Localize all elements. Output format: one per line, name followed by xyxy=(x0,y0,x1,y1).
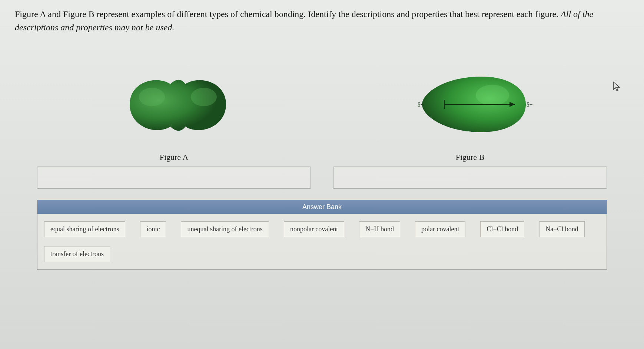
figure-b-label: Figure B xyxy=(456,152,485,162)
cursor-icon xyxy=(613,81,622,94)
answer-tile[interactable]: Na−Cl bond xyxy=(539,221,585,237)
figure-b-shape: δ+ δ− xyxy=(400,64,541,145)
answer-tile[interactable]: nonpolar covalent xyxy=(284,221,344,237)
figure-a-label: Figure A xyxy=(160,152,189,162)
delta-minus-label: δ− xyxy=(527,101,533,108)
answer-tile[interactable]: N−H bond xyxy=(359,221,400,237)
figure-b-dropzone[interactable] xyxy=(333,167,607,189)
svg-point-0 xyxy=(139,88,165,106)
answer-bank: Answer Bank equal sharing of electrons i… xyxy=(37,200,607,270)
answer-tile[interactable]: polar covalent xyxy=(415,221,465,237)
answer-bank-body: equal sharing of electrons ionic unequal… xyxy=(37,214,607,269)
question-text: Figure A and Figure B represent examples… xyxy=(15,7,629,34)
figure-a-block: Figure A xyxy=(37,64,311,189)
answer-tile[interactable]: unequal sharing of electrons xyxy=(181,221,269,237)
figure-a-shape xyxy=(107,64,241,145)
figures-container: Figure A δ+ δ− Figure B xyxy=(15,64,629,189)
figure-a-dropzone[interactable] xyxy=(37,167,311,189)
delta-plus-label: δ+ xyxy=(418,101,424,108)
answer-tile[interactable]: ionic xyxy=(140,221,166,237)
svg-point-1 xyxy=(191,88,217,106)
answer-tile[interactable]: Cl−Cl bond xyxy=(480,221,524,237)
answer-bank-header: Answer Bank xyxy=(37,200,607,214)
answer-tile[interactable]: transfer of electrons xyxy=(44,246,110,262)
svg-point-2 xyxy=(476,85,509,105)
answer-tile[interactable]: equal sharing of electrons xyxy=(44,221,125,237)
question-main: Figure A and Figure B represent examples… xyxy=(15,9,561,19)
figure-b-block: δ+ δ− Figure B xyxy=(333,64,607,189)
